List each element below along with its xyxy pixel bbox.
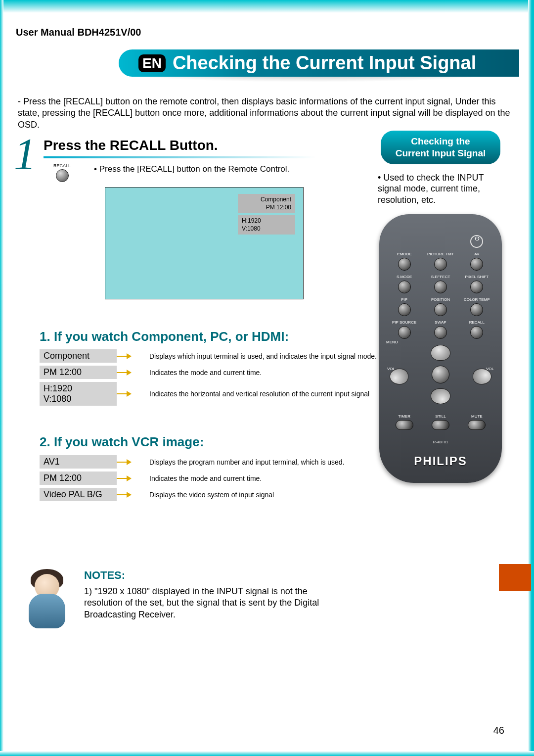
remote-power-cell: ⏻ (459, 229, 495, 248)
osd-component-label: Component (242, 196, 291, 204)
info-row: H:1920 V:1080 Indicates the horizontal a… (40, 382, 377, 406)
remote-btn-picturefmt (434, 258, 447, 271)
notes-area: NOTES: 1) "1920 x 1080" displayed in the… (20, 569, 326, 628)
remote-btn-pixelshift (470, 281, 483, 293)
remote-btn-label: RECALL (459, 320, 495, 325)
info-row: AV1 Displays the program number and inpu… (40, 455, 345, 469)
remote-btn-recall (470, 326, 483, 339)
remote-control-illustration: ⏻ P.MODE PICTURE FMT AV S.MODE S.EFFECT … (379, 214, 502, 483)
osd-vres-label: V:1080 (242, 225, 291, 233)
language-badge: EN (138, 54, 166, 72)
step-heading: Press the RECALL Button. (44, 138, 218, 153)
dpad-left-icon (390, 369, 408, 384)
remote-btn-label: PIP SOURCE (386, 320, 422, 325)
tv-screen-mock: Component PM 12:00 H:1920 V:1080 (105, 187, 304, 299)
remote-btn-label: TIMER (386, 414, 422, 419)
page-tab-marker (499, 564, 531, 591)
manual-id: User Manual BDH4251V/00 (16, 27, 141, 38)
remote-btn-label: SWAP (422, 320, 458, 325)
remote-btn-av (470, 258, 483, 271)
remote-spacer (422, 229, 458, 248)
remote-btn-swap (434, 326, 447, 339)
desc-video-system: Displays the video system of input signa… (149, 491, 274, 499)
recall-button-label: RECALL (53, 163, 71, 168)
chip-vcr-time: PM 12:00 (40, 472, 117, 485)
remote-btn-label: S.MODE (386, 275, 422, 280)
osd-time-label: PM 12:00 (242, 204, 291, 212)
remote-btn-label: PIXEL SHIFT (459, 275, 495, 280)
remote-btn-seffect (434, 281, 447, 293)
remote-btn-label: STILL (422, 414, 458, 419)
arrow-icon (127, 459, 132, 465)
step-heading-underline (44, 156, 315, 158)
recall-button-icon (56, 169, 69, 182)
remote-btn-label: AV (459, 252, 495, 257)
remote-menu-label: MENU (386, 340, 398, 344)
left-edge-decoration (0, 0, 3, 756)
recall-button-illustration: RECALL (53, 163, 71, 182)
info-row: PM 12:00 Indicates the mode and current … (40, 472, 345, 485)
sidebar-desc: • Used to check the INPUT signal mode, c… (369, 172, 512, 215)
intro-text: - Press the [RECALL] button on the remot… (18, 96, 516, 131)
info-row: PM 12:00 Indicates the mode and current … (40, 366, 377, 379)
remote-btn-pmode (398, 258, 411, 271)
remote-btn-label: PIP (386, 297, 422, 302)
remote-btn-smode (398, 281, 411, 293)
desc-vcr-time: Indicates the mode and current time. (149, 474, 262, 482)
remote-btn-mute (468, 420, 486, 430)
info-block-vcr: AV1 Displays the program number and inpu… (40, 455, 345, 504)
step-number: 1 (14, 129, 36, 180)
sidebar-badge: Checking the Current Input Signal (381, 131, 500, 164)
info-row: Component Displays which input terminal … (40, 349, 377, 363)
remote-btn-label: S.EFFECT (422, 275, 458, 280)
remote-btn-label: P.MODE (386, 252, 422, 257)
chip-resolution: H:1920 V:1080 (40, 382, 117, 406)
dpad-down-icon (431, 388, 450, 404)
remote-btn-label: COLOR TEMP (459, 297, 495, 302)
desc-av1: Displays the program number and input te… (149, 458, 345, 466)
step-instruction: • Press the [RECALL] button on the Remot… (94, 164, 307, 174)
notes-figure-illustration (20, 569, 74, 628)
remote-btn-position (434, 303, 447, 316)
page-title: Checking the Current Input Signal (173, 52, 476, 74)
dpad-center-icon (432, 366, 449, 383)
power-icon: ⏻ (470, 235, 483, 248)
desc-resolution: Indicates the horizontal and vertical re… (149, 390, 369, 398)
osd-hres-label: H:1920 (242, 217, 291, 225)
arrow-icon (127, 370, 132, 376)
notes-text: 1) "1920 x 1080" displayed in the INPUT … (84, 586, 326, 620)
remote-spacer (386, 229, 422, 248)
remote-btn-pip (398, 303, 411, 316)
arrow-icon (127, 492, 132, 498)
dpad-up-icon (431, 345, 450, 361)
desc-component: Displays which input terminal is used, a… (149, 352, 377, 360)
remote-dpad: MENU VOL VOL (386, 345, 495, 404)
page-title-banner: EN Checking the Current Input Signal (119, 49, 519, 77)
remote-btn-pipsource (398, 326, 411, 339)
section-heading-component: 1. If you watch Component, PC, or HDMI: (40, 329, 289, 344)
notes-title: NOTES: (84, 569, 326, 582)
info-block-component: Component Displays which input terminal … (40, 349, 377, 409)
remote-btn-label: PICTURE FMT (422, 252, 458, 257)
chip-component: Component (40, 349, 117, 363)
section-heading-vcr: 2. If you watch VCR image: (40, 434, 204, 450)
chip-time: PM 12:00 (40, 366, 117, 379)
top-edge-decoration (0, 0, 534, 13)
figure-body (29, 594, 65, 628)
remote-btn-label: POSITION (422, 297, 458, 302)
bottom-edge-decoration (0, 751, 534, 756)
arrow-icon (127, 391, 132, 397)
remote-btn-label: MUTE (459, 414, 495, 419)
sidebar-badge-line2: Current Input Signal (384, 147, 497, 159)
arrow-icon (127, 475, 132, 481)
remote-btn-timer (396, 420, 413, 430)
sidebar-badge-line1: Checking the (384, 136, 497, 147)
brand-label: PHILIPS (386, 454, 495, 468)
osd-info-bottom: H:1920 V:1080 (238, 215, 295, 235)
osd-info-top: Component PM 12:00 (238, 194, 295, 213)
arrow-icon (127, 353, 132, 359)
remote-model-label: R-48F01 (386, 440, 495, 444)
chip-av1: AV1 (40, 455, 117, 469)
info-row: Video PAL B/G Displays the video system … (40, 488, 345, 501)
dpad-right-icon (473, 369, 491, 384)
